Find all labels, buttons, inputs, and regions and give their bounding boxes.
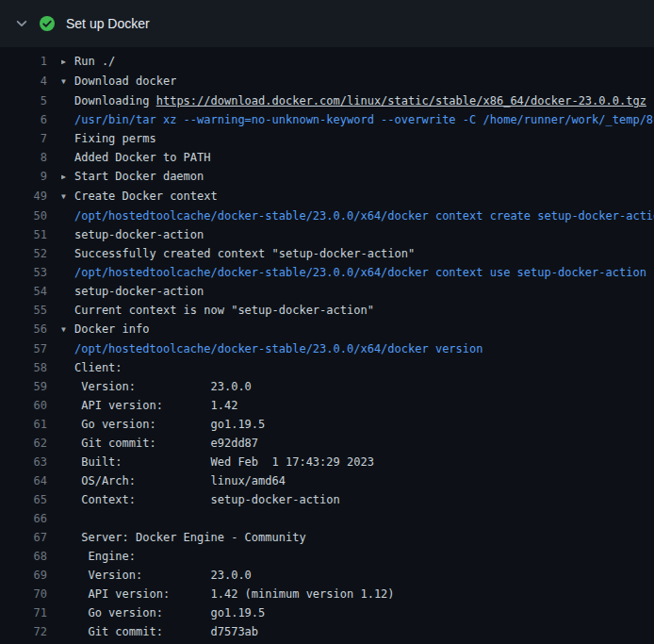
command-text: /opt/hostedtoolcache/docker-stable/23.0.… — [74, 342, 482, 355]
log-text: Successfully created context "setup-dock… — [74, 247, 415, 260]
line-number[interactable]: 50 — [0, 206, 61, 225]
line-number[interactable]: 55 — [0, 301, 61, 320]
line-number[interactable]: 51 — [0, 225, 61, 244]
log-group-title: Create Docker context — [74, 190, 218, 203]
log-line: 61 Go version: go1.19.5 — [0, 415, 654, 434]
log-line: 70 API version: 1.42 (minimum version 1.… — [0, 585, 654, 603]
line-number[interactable]: 54 — [0, 282, 61, 301]
log-line: 60 API version: 1.42 — [0, 396, 654, 415]
log-text: Go version: go1.19.5 — [74, 606, 265, 619]
line-number[interactable]: 61 — [0, 415, 61, 434]
line-number[interactable]: 52 — [0, 244, 61, 263]
line-number[interactable]: 70 — [0, 585, 61, 603]
log-line: 65 Context: setup-docker-action — [0, 490, 654, 509]
log-line: 67 Server: Docker Engine - Community — [0, 528, 654, 547]
line-number[interactable]: 49 — [0, 187, 61, 206]
check-circle-icon — [40, 16, 55, 31]
log-text: Git commit: e92dd87 — [74, 437, 258, 450]
log-text: Fixing perms — [74, 132, 156, 145]
log-group-title: Docker info — [74, 322, 149, 336]
line-number[interactable]: 8 — [0, 148, 61, 167]
log-text: setup-docker-action — [74, 285, 204, 298]
log-group-title: Download docker — [74, 74, 176, 88]
log-line: 51setup-docker-action — [0, 225, 654, 244]
log-text: Client: — [74, 361, 123, 374]
log-text: Added Docker to PATH — [74, 151, 211, 164]
step-header[interactable]: Set up Docker — [0, 0, 654, 47]
line-number[interactable]: 5 — [0, 91, 61, 110]
line-number[interactable]: 9 — [0, 167, 61, 187]
log-line: 6/usr/bin/tar xz --warning=no-unknown-ke… — [0, 110, 654, 129]
log-line[interactable]: 9▶Start Docker daemon — [0, 167, 654, 187]
log-line: 62 Git commit: e92dd87 — [0, 434, 654, 453]
log-lines: 1▶Run ./4▼Download docker5Downloading ht… — [0, 52, 654, 641]
log-text: Context: setup-docker-action — [74, 493, 340, 506]
log-text: setup-docker-action — [74, 228, 204, 241]
log-line: 54setup-docker-action — [0, 282, 654, 301]
line-number[interactable]: 4 — [0, 72, 61, 91]
line-number[interactable]: 63 — [0, 453, 61, 471]
triangle-down-icon: ▼ — [61, 321, 74, 339]
log-line: 52Successfully created context "setup-do… — [0, 244, 654, 263]
line-number[interactable]: 66 — [0, 509, 61, 528]
log-text: Engine: — [74, 550, 136, 563]
log-line: 5Downloading https://download.docker.com… — [0, 91, 654, 110]
line-number[interactable]: 67 — [0, 528, 61, 547]
line-number[interactable]: 1 — [0, 52, 61, 72]
line-number[interactable]: 57 — [0, 339, 61, 358]
log-line: 64 OS/Arch: linux/amd64 — [0, 471, 654, 490]
line-number[interactable]: 65 — [0, 490, 61, 509]
triangle-down-icon: ▼ — [61, 188, 74, 206]
line-number[interactable]: 72 — [0, 622, 61, 641]
command-text: /opt/hostedtoolcache/docker-stable/23.0.… — [74, 266, 646, 279]
log-text: Built: Wed Feb 1 17:43:29 2023 — [74, 455, 374, 469]
log-line: 57/opt/hostedtoolcache/docker-stable/23.… — [0, 339, 654, 358]
triangle-right-icon: ▶ — [61, 168, 74, 187]
command-text: /opt/hostedtoolcache/docker-stable/23.0.… — [74, 209, 654, 223]
log-text: API version: 1.42 (minimum version 1.12) — [74, 587, 395, 601]
log-line: 66 — [0, 509, 654, 528]
log-line: 8Added Docker to PATH — [0, 148, 654, 167]
step-title: Set up Docker — [66, 16, 150, 31]
line-number[interactable]: 64 — [0, 471, 61, 490]
log-text: OS/Arch: linux/amd64 — [74, 474, 286, 487]
line-number[interactable]: 53 — [0, 263, 61, 282]
line-number[interactable]: 56 — [0, 320, 61, 339]
log-group-title: Start Docker daemon — [74, 170, 204, 183]
log-line: 50/opt/hostedtoolcache/docker-stable/23.… — [0, 206, 654, 225]
line-number[interactable]: 58 — [0, 358, 61, 377]
line-number[interactable]: 71 — [0, 603, 61, 622]
log-text: Go version: go1.19.5 — [74, 418, 265, 431]
log-text: Version: 23.0.0 — [74, 380, 252, 393]
log-line: 7Fixing perms — [0, 129, 654, 148]
log-line: 71 Go version: go1.19.5 — [0, 603, 654, 622]
log-text: Version: 23.0.0 — [74, 569, 252, 582]
log-text: Server: Docker Engine - Community — [74, 531, 306, 544]
log-line: 72 Git commit: d7573ab — [0, 622, 654, 641]
log-text: Git commit: d7573ab — [74, 625, 258, 638]
log-group-title: Run ./ — [74, 55, 115, 68]
line-number[interactable]: 60 — [0, 396, 61, 415]
chevron-down-icon[interactable] — [15, 17, 28, 30]
log-line: 68 Engine: — [0, 547, 654, 566]
log-text: Current context is now "setup-docker-act… — [74, 304, 374, 317]
log-line: 69 Version: 23.0.0 — [0, 566, 654, 585]
log-text: API version: 1.42 — [74, 399, 237, 412]
log-line: 55Current context is now "setup-docker-a… — [0, 301, 654, 320]
line-number[interactable]: 6 — [0, 110, 61, 129]
log-line[interactable]: 1▶Run ./ — [0, 52, 654, 72]
log-line[interactable]: 56▼Docker info — [0, 320, 654, 339]
log-link[interactable]: https://download.docker.com/linux/static… — [156, 94, 646, 107]
line-number[interactable]: 69 — [0, 566, 61, 585]
triangle-right-icon: ▶ — [61, 53, 74, 72]
log-viewer: 1▶Run ./4▼Download docker5Downloading ht… — [0, 47, 654, 641]
log-line: 59 Version: 23.0.0 — [0, 377, 654, 396]
line-number[interactable]: 59 — [0, 377, 61, 396]
log-line[interactable]: 49▼Create Docker context — [0, 187, 654, 206]
log-line[interactable]: 4▼Download docker — [0, 72, 654, 91]
line-number[interactable]: 62 — [0, 434, 61, 453]
line-number[interactable]: 7 — [0, 129, 61, 148]
line-number[interactable]: 68 — [0, 547, 61, 566]
log-line: 58Client: — [0, 358, 654, 377]
triangle-down-icon: ▼ — [61, 73, 74, 91]
